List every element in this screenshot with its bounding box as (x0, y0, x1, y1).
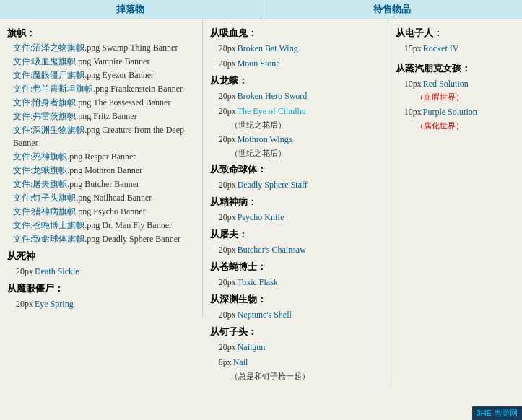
section-creature: 从深渊生物： 20pxNeptune's Shell (210, 293, 380, 321)
section-deadly-sphere: 从致命球体： 20pxDeadly Sphere Staff (210, 163, 380, 191)
file-item: 文件:弗雷茨旗帜.png Fritz Banner (13, 110, 195, 123)
file-item: 文件:弗兰肯斯坦旗帜.png Frankenstein Banner (13, 82, 195, 95)
file-item: 文件:苍蝇博士旗帜.png Dr. Man Fly Banner (13, 219, 195, 232)
nail-note: （总是和钉子枪一起） (230, 371, 380, 382)
psycho-knife: 20pxPsycho Knife (219, 211, 380, 224)
nail: 8pxNail (219, 356, 380, 369)
section-cyborg: 从电子人： 15pxRocket IV (396, 27, 515, 55)
section-banners: 旗帜： 文件:沼泽之物旗帜.png Swamp Thing Banner 文件:… (7, 27, 195, 245)
file-item: 文件:钉子头旗帜.png Nailhead Banner (13, 191, 195, 204)
section-title-drmanfly: 从苍蝇博士： (210, 261, 380, 274)
section-butcher: 从屠夫： 20pxButcher's Chainsaw (210, 228, 380, 256)
rocket-iv: 15pxRocket IV (404, 42, 515, 55)
file-item: 文件:深渊生物旗帜.png Creature from the Deep Ban… (13, 123, 195, 149)
file-item: 文件:沼泽之物旗帜.png Swamp Thing Banner (13, 41, 195, 54)
header-row: 掉落物 待售物品 (0, 0, 522, 19)
broken-hero-sword: 20pxBroken Hero Sword (219, 89, 380, 102)
mothron-wings-note: （世纪之花后） (230, 148, 380, 159)
section-vampire: 从吸血鬼： 20pxBroken Bat Wing 20pxMoun Stone (210, 27, 380, 70)
toxic-flask: 20pxToxic Flask (219, 276, 380, 289)
broken-bat-wing: 20pxBroken Bat Wing (219, 42, 380, 55)
section-title-banners: 旗帜： (7, 27, 195, 40)
deadly-sphere-staff: 20pxDeadly Sphere Staff (219, 178, 380, 191)
section-title-eyezor: 从魔眼僵尸： (7, 282, 195, 295)
section-title-steampunk: 从蒸汽朋克女孩： (396, 62, 515, 75)
file-item: 文件:魔眼僵尸旗帜.png Eyezor Banner (13, 69, 195, 82)
section-title-deadly-sphere: 从致命球体： (210, 163, 380, 176)
moun-stone: 20pxMoun Stone (219, 57, 380, 70)
section-title-creature: 从深渊生物： (210, 293, 380, 306)
file-item: 文件:死神旗帜.png Resper Banner (13, 150, 195, 163)
mothron-wings: 20pxMothron Wings (219, 133, 380, 146)
header-sale: 待售物品 (261, 0, 522, 19)
nailgun: 20pxNailgun (219, 341, 380, 354)
file-item: 文件:致命球体旗帜.png Deadly Sphere Banner (13, 232, 195, 245)
death-sickle: 20pxDeath Sickle (16, 265, 195, 278)
section-mothron: 从龙蛾： 20pxBroken Hero Sword 20pxThe Eye o… (210, 74, 380, 159)
section-title-psycho: 从精神病： (210, 196, 380, 209)
section-title-nailhead: 从钉子头： (210, 325, 380, 338)
footer-watermark: 3HE 当游网 (472, 406, 522, 420)
eye-spring: 20pxEye Spring (16, 297, 195, 310)
neptunes-shell: 20pxNeptune's Shell (219, 308, 380, 321)
sale-items-col: 从电子人： 15pxRocket IV 从蒸汽朋克女孩： 10pxRed Sol… (388, 19, 522, 136)
file-item: 文件:屠夫旗帜.png Butcher Banner (13, 178, 195, 191)
section-title-butcher: 从屠夫： (210, 228, 380, 241)
section-nailhead: 从钉子头： 20pxNailgun 8pxNail （总是和钉子枪一起） (210, 325, 380, 382)
file-item: 文件:龙蛾旗帜.png Mothron Banner (13, 164, 195, 177)
section-psycho: 从精神病： 20pxPsycho Knife (210, 196, 380, 224)
file-item: 文件:附身者旗帜.png The Possessed Banner (13, 96, 195, 109)
section-steampunk: 从蒸汽朋克女孩： 10pxRed Solution （血腥世界） 10pxPur… (396, 62, 515, 131)
file-item: 文件:吸血鬼旗帜.png Vampire Banner (13, 55, 195, 68)
section-title-mothron: 从龙蛾： (210, 74, 380, 87)
file-item: 文件:猎神病旗帜.png Psycho Banner (13, 205, 195, 218)
header-drops: 掉落物 (0, 0, 261, 19)
section-title-cyborg: 从电子人： (396, 27, 515, 40)
section-title-death: 从死神 (7, 250, 195, 263)
section-death: 从死神 20pxDeath Sickle (7, 250, 195, 278)
butcher-chainsaw: 20pxButcher's Chainsaw (219, 243, 380, 256)
drop-items-col2: 从吸血鬼： 20pxBroken Bat Wing 20pxMoun Stone… (203, 19, 388, 386)
eye-cthulhu-note: （世纪之花后） (230, 120, 380, 131)
eye-of-cthulhu: 20pxThe Eye of Cthulhu (219, 105, 380, 118)
red-solution: 10pxRed Solution (404, 77, 515, 90)
section-title-vampire: 从吸血鬼： (210, 27, 380, 40)
drop-items-col: 旗帜： 文件:沼泽之物旗帜.png Swamp Thing Banner 文件:… (0, 19, 203, 317)
section-drmanfly: 从苍蝇博士： 20pxToxic Flask (210, 261, 380, 289)
purple-solution: 10pxPurple Solution (404, 105, 515, 118)
section-eyezor: 从魔眼僵尸： 20pxEye Spring (7, 282, 195, 310)
red-solution-note: （血腥世界） (416, 92, 515, 102)
purple-solution-note: （腐化世界） (416, 121, 515, 131)
